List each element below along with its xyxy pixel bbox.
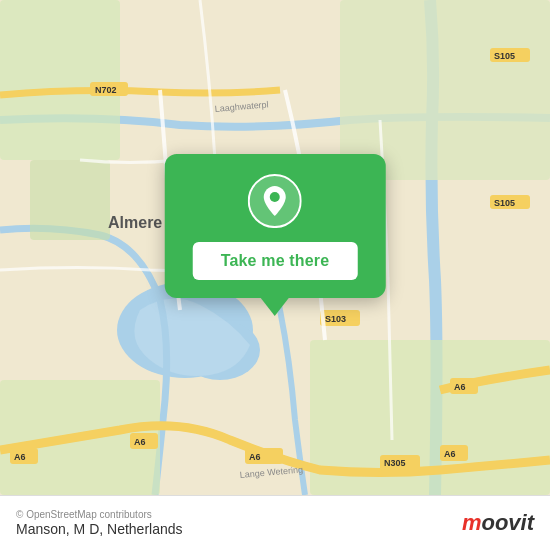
popup-tail [261, 298, 289, 316]
moovit-text: moovit [462, 510, 534, 536]
svg-rect-7 [30, 160, 110, 240]
footer-left: © OpenStreetMap contributors Manson, M D… [16, 509, 183, 537]
map-container: Almere Lange Wetering Laaghwaterpl N702 … [0, 0, 550, 495]
popup-overlay: Take me there [165, 154, 386, 316]
footer-bar: © OpenStreetMap contributors Manson, M D… [0, 495, 550, 550]
svg-text:N702: N702 [95, 85, 117, 95]
svg-text:A6: A6 [444, 449, 456, 459]
svg-rect-3 [0, 0, 120, 160]
location-name: Manson, M D, Netherlands [16, 521, 183, 537]
svg-text:S105: S105 [494, 198, 515, 208]
location-pin-icon [248, 174, 302, 228]
svg-text:A6: A6 [14, 452, 26, 462]
svg-text:S105: S105 [494, 51, 515, 61]
popup-box: Take me there [165, 154, 386, 298]
take-me-there-button[interactable]: Take me there [193, 242, 358, 280]
moovit-logo: moovit [462, 510, 534, 536]
moovit-m-dot: m [462, 510, 482, 535]
svg-text:N305: N305 [384, 458, 406, 468]
svg-point-32 [270, 192, 280, 202]
svg-text:A6: A6 [134, 437, 146, 447]
svg-text:A6: A6 [454, 382, 466, 392]
svg-text:Almere: Almere [108, 214, 162, 231]
svg-text:A6: A6 [249, 452, 261, 462]
copyright-text: © OpenStreetMap contributors [16, 509, 183, 520]
